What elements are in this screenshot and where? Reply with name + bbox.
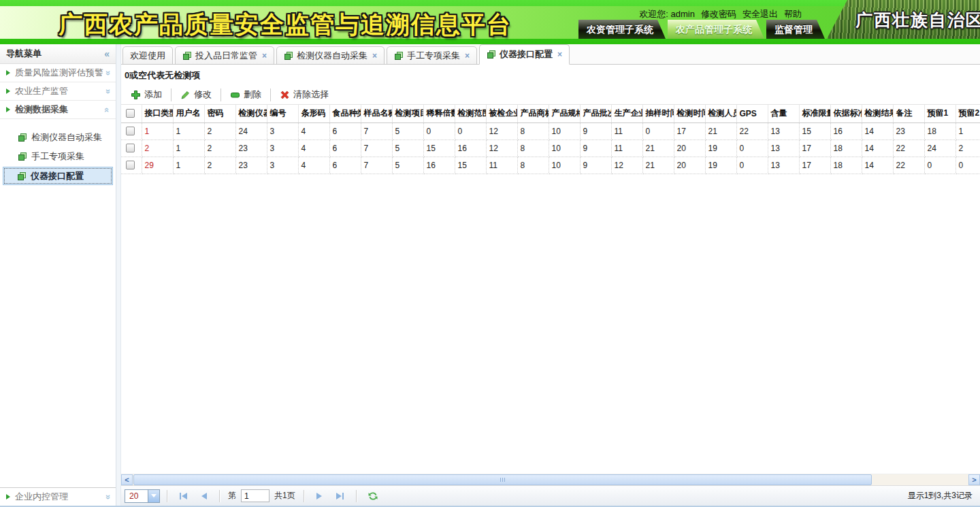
cell: 5 [392, 140, 423, 157]
cell: 0 [956, 157, 980, 174]
cell: 29 [142, 157, 173, 174]
column-header-13: 产品规格 [549, 105, 580, 122]
cell: 12 [486, 140, 517, 157]
cell: 18 [924, 122, 956, 140]
logout-link[interactable]: 安全退出 [742, 8, 778, 20]
region-label: 广西壮族自治区 [855, 9, 980, 31]
column-header-15: 生产企业 [611, 105, 642, 122]
column-header-18: 检测人员 [705, 105, 736, 122]
cell: 0 [924, 157, 956, 174]
column-header-11: 被检企业 [486, 105, 517, 122]
chevron-down-icon: « [103, 494, 112, 499]
system-tab-1[interactable]: 农产品管理子系统 [668, 20, 764, 39]
triangle-icon [6, 494, 10, 500]
page-number-input[interactable] [241, 489, 270, 502]
table-row-2[interactable]: 2912233467516151181091221201901317181422… [121, 157, 980, 174]
delete-button[interactable]: 删除 [224, 88, 267, 101]
cell: 12 [486, 122, 517, 140]
cell: 15 [423, 140, 455, 157]
sidebar-item-enterprise-control[interactable]: 企业内控管理 « [0, 488, 116, 506]
help-link[interactable]: 帮助 [784, 8, 802, 20]
document-icon [394, 51, 404, 61]
tab-strip: 欢迎使用投入品日常监管×检测仪器自动采集×手工专项采集×仪器接口配置× [121, 44, 980, 65]
column-header-6: 食品种类 [329, 105, 361, 122]
sidebar-item-1[interactable]: 农业生产监管« [0, 82, 116, 101]
cell: 7 [361, 122, 392, 140]
collapse-sidebar-icon[interactable]: « [104, 48, 110, 59]
first-page-button[interactable] [174, 493, 193, 500]
cell: 11 [611, 140, 642, 157]
cell: 2 [204, 122, 235, 140]
column-header-22: 依据标准 [830, 105, 862, 122]
cell: 8 [517, 140, 549, 157]
tab-4[interactable]: 仪器接口配置× [479, 44, 570, 65]
username: admin [671, 9, 695, 19]
change-password-link[interactable]: 修改密码 [701, 8, 736, 20]
column-header-26: 预留2 [956, 105, 980, 122]
page-size-value: 20 [125, 491, 148, 501]
cell: 18 [830, 157, 862, 174]
refresh-icon[interactable] [363, 491, 382, 502]
tab-close-icon[interactable]: × [557, 50, 562, 59]
cell: 19 [705, 140, 736, 157]
page-size-select[interactable]: 20 [125, 489, 160, 503]
sidebar-item-0[interactable]: 质量风险监测评估预警« [0, 64, 116, 82]
cell: 16 [423, 157, 455, 174]
clear-selection-button[interactable]: 清除选择 [274, 88, 335, 101]
main-content: 欢迎使用投入品日常监管×检测仪器自动采集×手工专项采集×仪器接口配置× 0或空代… [121, 44, 980, 506]
cell: 2 [204, 140, 235, 157]
cell: 9 [580, 157, 611, 174]
column-header-1: 用户名 [173, 105, 204, 122]
add-button[interactable]: 添加 [125, 88, 168, 101]
row-checkbox[interactable] [126, 144, 135, 152]
cell: 5 [392, 157, 423, 174]
sidebar-subitem-1[interactable]: 手工专项采集 [0, 147, 116, 166]
tab-close-icon[interactable]: × [262, 51, 267, 61]
tab-3[interactable]: 手工专项采集× [387, 46, 477, 65]
scroll-left-button[interactable]: < [121, 474, 133, 485]
cell: 0 [455, 122, 486, 140]
tab-close-icon[interactable]: × [465, 51, 470, 61]
tab-2[interactable]: 检测仪器自动采集× [276, 46, 385, 65]
cell: 21 [642, 157, 674, 174]
scroll-right-button[interactable]: > [968, 474, 980, 485]
tab-0[interactable]: 欢迎使用 [122, 46, 173, 65]
chevron-up-icon: « [103, 107, 112, 112]
sidebar-item-2[interactable]: 检测数据采集« [0, 101, 116, 119]
row-checkbox[interactable] [126, 161, 135, 169]
document-icon [18, 152, 27, 161]
column-header-3: 检测仪器 [235, 105, 267, 122]
system-tabs: 农资管理子系统农产品管理子系统监督管理 [578, 20, 825, 39]
sidebar-subitem-2[interactable]: 仪器接口配置 [3, 167, 113, 185]
tab-close-icon[interactable]: × [372, 51, 377, 61]
system-tab-0[interactable]: 农资管理子系统 [578, 20, 666, 39]
cell: 20 [674, 157, 705, 174]
column-header-20: 含量 [768, 105, 799, 122]
table-row-1[interactable]: 2122334675151612810911212019013171814222… [121, 140, 980, 157]
edit-button[interactable]: 修改 [174, 88, 218, 101]
layout-splitter[interactable] [116, 44, 121, 506]
page-prefix-label: 第 [227, 490, 238, 502]
cell: 2 [956, 140, 980, 157]
prev-page-button[interactable] [196, 493, 212, 500]
cell: 8 [517, 122, 549, 140]
system-tab-2[interactable]: 监督管理 [766, 20, 825, 39]
next-page-button[interactable] [311, 493, 327, 500]
document-icon [284, 51, 293, 61]
cell: 21 [705, 122, 736, 140]
cell: 13 [768, 157, 799, 174]
last-page-button[interactable] [331, 493, 349, 500]
table-row-0[interactable]: 1122434675001281091101721221315161423181 [121, 122, 980, 140]
tab-1[interactable]: 投入品日常监管× [175, 46, 274, 65]
document-icon [18, 133, 27, 142]
cell: 1 [173, 140, 204, 157]
pencil-icon [180, 90, 191, 100]
sidebar-subitem-0[interactable]: 检测仪器自动采集 [0, 128, 116, 147]
column-header-25: 预留1 [924, 105, 956, 122]
cell: 22 [736, 122, 768, 140]
select-all-checkbox[interactable] [126, 109, 135, 118]
scrollbar-thumb[interactable] [133, 474, 872, 485]
cell: 13 [768, 122, 799, 140]
row-checkbox[interactable] [126, 127, 135, 135]
sidebar-header: 导航菜单 « [0, 44, 116, 64]
